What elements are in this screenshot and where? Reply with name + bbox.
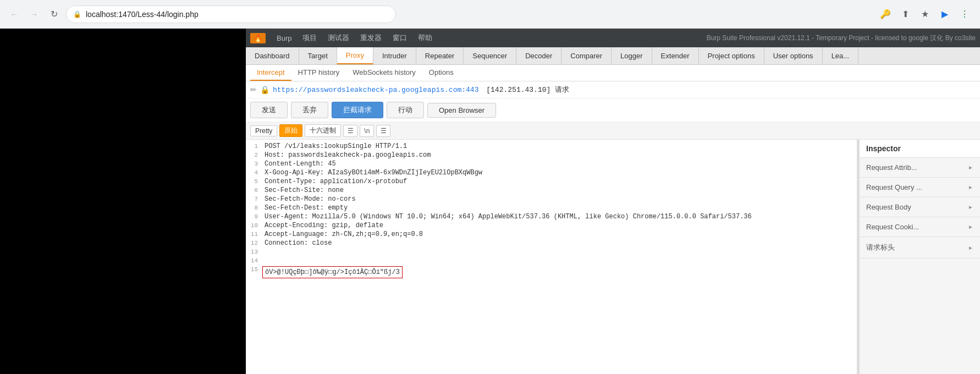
sub-tab-intercept[interactable]: Intercept	[250, 65, 291, 81]
line-2: 2 Host: passwordsleakcheck-pa.googleapis…	[246, 151, 857, 160]
line-11: 11 Accept-Language: zh-CN,zh;q=0.9,en;q=…	[246, 230, 857, 239]
format-bar: Pretty 原始 十六进制 ☰ \n ☰	[246, 122, 980, 140]
inspector-query-label: Request Query ...	[866, 183, 922, 191]
chevron-icon: ►	[968, 224, 973, 230]
line-15: 15 ôV>@!UQçÐþ□]ô‰@ÿ□g/>Içô1ÀÇ□Ôí"ßj/3	[246, 265, 857, 279]
tab-user-options[interactable]: User options	[764, 47, 823, 64]
burp-window: 🔥 Burp 项目 测试器 重发器 窗口 帮助 Burp Suite Profe…	[246, 29, 980, 374]
menu-help[interactable]: 帮助	[414, 31, 437, 45]
line-13: 13	[246, 248, 857, 256]
chevron-icon: ►	[968, 184, 973, 190]
menu-burp[interactable]: Burp	[272, 32, 296, 44]
burp-main-tabs: Dashboard Target Proxy Intruder Repeater…	[246, 47, 980, 65]
tab-logger[interactable]: Logger	[612, 47, 652, 64]
line-14: 14	[246, 256, 857, 265]
burp-sub-tabs: Intercept HTTP history WebSockets histor…	[246, 65, 980, 81]
line-4: 4 X-Goog-Api-Key: AIzaSyBOti4mM-6x9WDnZI…	[246, 168, 857, 177]
format-hex[interactable]: 十六进制	[305, 124, 341, 137]
ip-display: [142.251.43.10] 请求	[482, 85, 569, 95]
sub-tab-websockets-history[interactable]: WebSockets history	[346, 65, 422, 81]
inspector-cookie-label: Request Cooki...	[866, 223, 919, 231]
intercept-button[interactable]: 拦截请求	[332, 102, 383, 118]
chevron-icon: ►	[968, 164, 973, 170]
inspector-request-query[interactable]: Request Query ... ►	[860, 178, 980, 197]
burp-logo: 🔥	[250, 33, 266, 43]
tab-comparer[interactable]: Comparer	[561, 47, 612, 64]
format-icon-newline[interactable]: \n	[360, 125, 374, 137]
format-icon-menu[interactable]: ☰	[376, 125, 390, 137]
line-12: 12 Connection: close	[246, 239, 857, 248]
lock-icon: 🔒	[260, 85, 269, 94]
action-button[interactable]: 行动	[387, 102, 424, 118]
sub-tab-options[interactable]: Options	[422, 65, 460, 81]
burp-actions: 发送 丢弃 拦截请求 行动 Open Browser	[246, 98, 980, 122]
browser-right-icons: 🔑 ⬆ ★ ▶ ⋮	[877, 6, 973, 23]
highlighted-content: ôV>@!UQçÐþ□]ô‰@ÿ□g/>Içô1ÀÇ□Ôí"ßj/3	[262, 266, 403, 278]
tab-sequencer[interactable]: Sequencer	[464, 47, 516, 64]
line-5: 5 Content-Type: application/x-protobuf	[246, 177, 857, 186]
discard-button[interactable]: 丢弃	[291, 102, 328, 118]
tab-extender[interactable]: Extender	[652, 47, 699, 64]
send-button[interactable]: 发送	[250, 102, 288, 118]
tab-target[interactable]: Target	[299, 47, 337, 64]
tab-intruder[interactable]: Intruder	[373, 47, 416, 64]
back-button[interactable]: ←	[7, 7, 22, 22]
line-6: 6 Sec-Fetch-Site: none	[246, 186, 857, 195]
line-8: 8 Sec-Fetch-Dest: empty	[246, 204, 857, 212]
sync-icon-btn[interactable]: ▶	[936, 6, 954, 23]
inspector-header-label: 请求标头	[866, 243, 895, 252]
refresh-button[interactable]: ↻	[46, 7, 62, 22]
line-3: 3 Content-Length: 45	[246, 160, 857, 168]
request-body-area: 1 POST /v1/leaks:lookupSingle HTTP/1.1 2…	[246, 140, 980, 374]
inspector-request-cookie[interactable]: Request Cooki... ►	[860, 217, 980, 237]
tab-proxy[interactable]: Proxy	[337, 47, 373, 64]
black-sidebar	[0, 29, 246, 374]
sub-tab-http-history[interactable]: HTTP history	[291, 65, 346, 81]
request-content[interactable]: 1 POST /v1/leaks:lookupSingle HTTP/1.1 2…	[246, 140, 857, 374]
inspector-request-body[interactable]: Request Body ►	[860, 197, 980, 217]
browser-chrome: ← → ↻ 🔒 localhost:1470/Less-44/login.php…	[0, 0, 980, 29]
url-display: https://passwordsleakcheck-pa.googleapis…	[273, 86, 478, 94]
inspector-panel: Inspector Request Attrib... ► Request Qu…	[859, 140, 980, 374]
menu-repeater[interactable]: 重发器	[356, 31, 386, 45]
chevron-icon: ►	[968, 245, 973, 251]
menu-tester[interactable]: 测试器	[323, 31, 354, 45]
url-text: localhost:1470/Less-44/login.php	[86, 10, 199, 19]
tab-repeater[interactable]: Repeater	[416, 47, 464, 64]
format-raw[interactable]: 原始	[279, 124, 302, 137]
open-browser-button[interactable]: Open Browser	[427, 103, 496, 118]
tab-dashboard[interactable]: Dashboard	[246, 47, 299, 64]
menu-window[interactable]: 窗口	[388, 31, 411, 45]
line-10: 10 Accept-Encoding: gzip, deflate	[246, 221, 857, 230]
address-lock-icon: 🔒	[73, 10, 81, 18]
menu-project[interactable]: 项目	[298, 31, 321, 45]
format-icon-list[interactable]: ☰	[343, 125, 357, 137]
burp-title: Burp Suite Professional v2021.12.1 - Tem…	[707, 34, 976, 43]
main-area: 🔥 Burp 项目 测试器 重发器 窗口 帮助 Burp Suite Profe…	[0, 29, 980, 374]
edit-icon: ✏	[250, 85, 257, 94]
tab-decoder[interactable]: Decoder	[516, 47, 561, 64]
inspector-body-label: Request Body	[866, 203, 911, 211]
tab-learn[interactable]: Lea...	[823, 47, 859, 64]
burp-menubar: 🔥 Burp 项目 测试器 重发器 窗口 帮助 Burp Suite Profe…	[246, 29, 980, 47]
inspector-title: Inspector	[860, 140, 980, 158]
inspector-request-attrib[interactable]: Request Attrib... ►	[860, 158, 980, 178]
line-9: 9 User-Agent: Mozilla/5.0 (Windows NT 10…	[246, 212, 857, 221]
share-icon-btn[interactable]: ⬆	[896, 6, 914, 23]
url-toolbar: ✏ 🔒 https://passwordsleakcheck-pa.google…	[246, 81, 980, 98]
inspector-attrib-label: Request Attrib...	[866, 163, 917, 172]
address-bar[interactable]: 🔒 localhost:1470/Less-44/login.php	[66, 6, 396, 23]
line-7: 7 Sec-Fetch-Mode: no-cors	[246, 195, 857, 204]
chevron-icon: ►	[968, 204, 973, 210]
format-pretty[interactable]: Pretty	[250, 125, 277, 136]
menu-icon-btn[interactable]: ⋮	[956, 6, 973, 23]
key-icon-btn[interactable]: 🔑	[877, 6, 894, 23]
line-1: 1 POST /v1/leaks:lookupSingle HTTP/1.1	[246, 142, 857, 151]
tab-project-options[interactable]: Project options	[699, 47, 764, 64]
bookmark-icon-btn[interactable]: ★	[916, 6, 934, 23]
inspector-request-header[interactable]: 请求标头 ►	[860, 237, 980, 258]
forward-button[interactable]: →	[26, 7, 42, 22]
